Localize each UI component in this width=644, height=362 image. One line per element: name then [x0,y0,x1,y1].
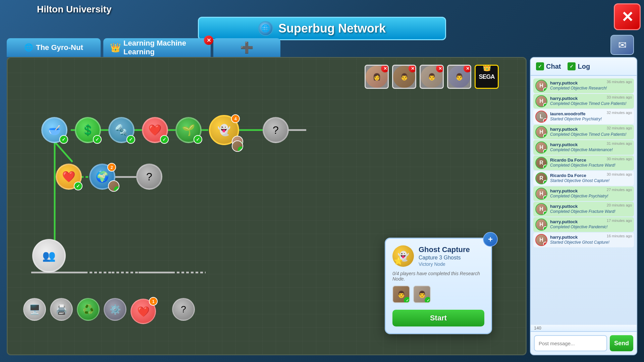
node-heart-yellow[interactable]: ❤️ ✓ [56,164,82,190]
msg-status-dot [543,195,547,200]
tab-add-button[interactable]: ➕ [213,38,280,57]
msg-avatar: R [535,172,547,184]
msg-content: harry.puttock 32 minutes ago Completed O… [550,126,632,137]
char-count: 140 [531,325,637,331]
node-community[interactable]: 👥 [32,239,66,273]
node-server2[interactable]: 🖨️ [50,298,73,321]
player-avatar-4[interactable]: 👨 ✕ [447,65,471,89]
msg-avatar: H [535,219,547,231]
tab-close-button[interactable]: ✕ [204,36,213,45]
msg-name: harry.puttock [550,204,578,209]
msg-text: Completed Objective Fracture Ward! [550,209,632,214]
msg-name: Ricardo Da Force [550,173,586,178]
node-world[interactable]: 🌍 2 ✓ [89,164,115,190]
avatar-x-2: ✕ [409,65,416,72]
msg-time: 30 minutes ago [607,157,632,161]
popup-subtitle: Capture 3 Ghosts [419,255,470,261]
node-dollar[interactable]: 💲 ✓ [75,117,101,143]
send-button[interactable]: Send [610,335,633,351]
chat-message: H harry.puttock 20 minutes ago Completed… [533,202,634,217]
msg-text: Completed Objective Psychiatry! [550,194,632,198]
msg-status-dot [543,211,547,215]
log-tab-label: Log [578,63,590,70]
chat-message: H harry.puttock 32 minutes ago Completed… [533,125,634,139]
crown-icon: 👑 [110,43,121,53]
player-avatar-2[interactable]: 👨 ✕ [392,65,416,89]
msg-time: 16 minutes ago [607,234,632,238]
node-question-1[interactable]: ? [263,117,289,143]
msg-text: Completed Objective Maintenance! [550,147,632,152]
player-avatars: 👩 ✕ 👨 ✕ 👨 ✕ 👨 ✕ 👑 SEGA [365,65,499,89]
node-recycle[interactable]: ♻️ [77,298,100,321]
node-bowl[interactable]: 🥣 ✓ [41,117,67,143]
msg-avatar: H [535,188,547,200]
msg-time: 36 minutes ago [607,80,632,84]
node-plant[interactable]: 🌱 ✓ [175,117,202,143]
globe-small-icon: 🌐 [24,43,33,52]
msg-status-dot [543,87,547,92]
main-area: 👩 ✕ 👨 ✕ 👨 ✕ 👨 ✕ 👑 SEGA 🥣 ✓ [7,57,637,355]
msg-time: 17 minutes ago [607,219,632,223]
msg-avatar: R [535,157,547,169]
msg-text: Completed Objective Timed Cure Patients! [550,101,632,106]
log-check-icon: ✓ [568,62,576,70]
start-button[interactable]: Start [392,310,484,326]
chat-message: R Ricardo Da Force 30 minutes ago Starte… [533,171,634,186]
chat-message: H harry.puttock 36 minutes ago Completed… [533,78,634,93]
close-button[interactable]: ✕ [614,3,641,30]
tab-gyronut-label: The Gyro-Nut [36,43,83,52]
msg-name: harry.puttock [550,80,578,85]
avatar-x-3: ✕ [436,65,444,72]
msg-status-dot [543,180,547,184]
msg-name: Ricardo Da Force [550,158,586,163]
log-tab[interactable]: ✓ Log [568,62,590,70]
node-question-2[interactable]: ? [136,164,162,190]
plus-icon: ➕ [240,41,254,54]
popup-player-check-1: ✓ [404,297,410,303]
mail-button[interactable]: ✉ [610,35,634,55]
msg-name: harry.puttock [550,219,578,224]
node-heart[interactable]: ❤️ ✓ [142,117,168,143]
svg-line-11 [55,142,72,162]
expand-button[interactable]: + [483,232,498,247]
chat-message: H harry.puttock 27 minutes ago Completed… [533,186,634,201]
tab-gyronut[interactable]: 🌐 The Gyro-Nut [7,38,101,57]
popup-star-icon: ⭐ [394,257,403,265]
node-tools[interactable]: 🔩 ✓ [108,117,135,143]
msg-content: harry.puttock 33 minutes ago Completed O… [550,95,632,106]
popup-desc: 0/4 players have completed this Research… [392,271,484,282]
msg-content: lauren.woodroffe 32 minutes ago Started … [550,111,632,121]
msg-avatar: H [535,203,547,215]
msg-time: 30 minutes ago [607,172,632,176]
tab-learning[interactable]: 👑 Learning Machine Learning ✕ [103,38,211,57]
node-small-avatar-2: ✓ [232,140,243,152]
chat-message: H harry.puttock 33 minutes ago Completed… [533,94,634,109]
player-avatar-1[interactable]: 👩 ✕ [365,65,389,89]
msg-name: harry.puttock [550,96,578,101]
msg-content: harry.puttock 16 minutes ago Started Obj… [550,234,632,245]
msg-content: Ricardo Da Force 30 minutes ago Complete… [550,157,632,168]
msg-time: 20 minutes ago [607,203,632,207]
msg-status-dot [543,103,547,107]
chat-message: R Ricardo Da Force 30 minutes ago Comple… [533,156,634,170]
node-server[interactable]: 🖥️ [23,298,46,321]
node-gear[interactable]: ⚙️ [104,298,126,321]
chat-tab[interactable]: ✓ Chat [536,62,561,70]
msg-name: harry.puttock [550,142,578,147]
msg-avatar: H [535,95,547,107]
node-ghost-main[interactable]: 👻 4 ✓ ✓ [209,115,239,145]
player-avatar-3[interactable]: 👨 ✕ [420,65,444,89]
msg-text: Completed Objective Fracture Ward! [550,163,632,168]
node-check-tools: ✓ [126,135,135,144]
node-heart-bottom[interactable]: ❤️ 1 [130,299,156,324]
chat-input[interactable] [534,335,607,351]
chat-message: H harry.puttock 16 minutes ago Started O… [533,233,634,247]
msg-status-dot [543,165,547,169]
msg-status-dot [543,242,547,246]
node-check-bowl: ✓ [59,135,68,144]
node-question-bottom[interactable]: ? [172,298,195,321]
mail-icon: ✉ [618,39,627,51]
msg-text: Started Objective Ghost Capture! [550,240,632,245]
popup-title: Ghost Capture [419,245,470,254]
player-avatar-sega[interactable]: 👑 SEGA [475,65,499,89]
